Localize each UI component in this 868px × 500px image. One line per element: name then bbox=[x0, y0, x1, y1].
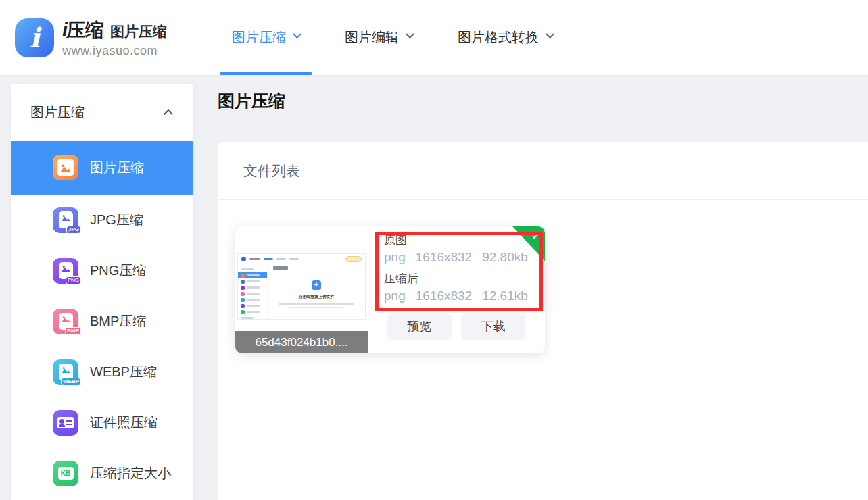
nav-tab-label: 图片格式转换 bbox=[458, 28, 539, 47]
sidebar-item-label: 压缩指定大小 bbox=[90, 464, 171, 482]
sidebar-item-image-compress[interactable]: 图片压缩 bbox=[11, 141, 193, 195]
top-nav: 图片压缩 图片编辑 图片格式转换 bbox=[229, 0, 556, 75]
chevron-down-icon bbox=[546, 30, 554, 39]
sidebar: 图片压缩 图片压缩 JPG JPG压缩 bbox=[11, 84, 193, 500]
brand-suffix: 图片压缩 bbox=[110, 22, 167, 41]
chevron-down-icon bbox=[406, 30, 414, 39]
sidebar-item-compress-to-size[interactable]: KB 压缩指定大小 bbox=[11, 448, 193, 499]
thumbnail-mini-screenshot: + 点击或拖拽上传文件 bbox=[237, 253, 366, 320]
sidebar-item-label: PNG压缩 bbox=[90, 261, 146, 280]
thumbnail-mini-login-pill bbox=[345, 256, 362, 262]
compressed-label: 压缩后 bbox=[384, 271, 528, 286]
nav-tab-label: 图片压缩 bbox=[232, 28, 286, 47]
site-url: www.iyasuo.com bbox=[62, 44, 167, 58]
brand-name: i压缩 bbox=[62, 18, 104, 43]
file-list-panel: 文件列表 bbox=[218, 142, 868, 500]
success-corner-badge: ✓ bbox=[511, 226, 545, 264]
preview-button[interactable]: 预览 bbox=[387, 313, 452, 340]
sidebar-item-label: 图片压缩 bbox=[90, 159, 144, 177]
id-photo-icon bbox=[53, 410, 78, 436]
logo-i-icon: i bbox=[15, 18, 54, 57]
sidebar-group-title: 图片压缩 bbox=[30, 103, 85, 122]
image-compress-icon bbox=[53, 155, 78, 180]
nav-tab-label: 图片编辑 bbox=[345, 28, 399, 47]
bmp-compress-icon: BMP bbox=[53, 309, 78, 334]
thumbnail-mini-content: + 点击或拖拽上传文件 bbox=[268, 264, 365, 319]
thumbnail-mini-sidebar bbox=[238, 264, 268, 319]
logo-text: i压缩 图片压缩 www.iyasuo.com bbox=[62, 18, 167, 58]
thumbnail-plus-icon: + bbox=[312, 280, 321, 290]
png-compress-icon: PNG bbox=[53, 258, 78, 284]
thumbnail-mini-logo bbox=[241, 257, 246, 261]
kb-size-icon: KB bbox=[53, 461, 78, 486]
sidebar-group-header[interactable]: 图片压缩 bbox=[11, 84, 193, 141]
sidebar-item-label: BMP压缩 bbox=[90, 312, 146, 330]
compressed-meta: png 1616x832 12.61kb bbox=[384, 289, 528, 303]
nav-tab-format-convert[interactable]: 图片格式转换 bbox=[455, 0, 556, 75]
app-header: i i压缩 图片压缩 www.iyasuo.com 图片压缩 图片编辑 图片格式… bbox=[0, 0, 868, 76]
jpg-compress-icon: JPG bbox=[53, 207, 78, 233]
card-buttons: 预览 下载 bbox=[387, 313, 525, 340]
download-button[interactable]: 下载 bbox=[461, 313, 525, 340]
filename: 65d43f024b1b0.... bbox=[255, 336, 347, 349]
webp-compress-icon: WEBP bbox=[53, 359, 78, 385]
sidebar-item-jpg-compress[interactable]: JPG JPG压缩 bbox=[11, 195, 193, 245]
sidebar-item-label: JPG压缩 bbox=[90, 211, 143, 229]
panel-title: 文件列表 bbox=[243, 161, 300, 180]
original-label: 原图 bbox=[384, 232, 528, 248]
sidebar-item-id-photo-compress[interactable]: 证件照压缩 bbox=[11, 397, 193, 448]
nav-tab-image-compress[interactable]: 图片压缩 bbox=[229, 0, 303, 75]
sidebar-item-bmp-compress[interactable]: BMP BMP压缩 bbox=[11, 296, 193, 347]
file-info: 原图 png 1616x832 92.80kb 压缩后 png 1616x832… bbox=[384, 232, 528, 309]
chevron-down-icon bbox=[293, 30, 302, 39]
site-logo[interactable]: i i压缩 图片压缩 www.iyasuo.com bbox=[15, 18, 167, 58]
active-tab-underline bbox=[220, 72, 312, 75]
thumbnail-upload-text: 点击或拖拽上传文件 bbox=[275, 294, 358, 300]
filename-bar: 65d43f024b1b0.... bbox=[235, 331, 368, 353]
check-icon: ✓ bbox=[531, 229, 541, 243]
sidebar-item-label: 证件照压缩 bbox=[90, 414, 158, 432]
sidebar-item-label: WEBP压缩 bbox=[90, 363, 157, 381]
panel-header: 文件列表 bbox=[218, 142, 868, 200]
sidebar-item-png-compress[interactable]: PNG PNG压缩 bbox=[11, 245, 193, 296]
sidebar-item-webp-compress[interactable]: WEBP WEBP压缩 bbox=[11, 347, 193, 397]
main-content: 图片压缩 文件列表 bbox=[193, 76, 868, 500]
chevron-up-icon bbox=[164, 109, 173, 119]
nav-tab-image-edit[interactable]: 图片编辑 bbox=[342, 0, 416, 75]
thumbnail-mini-header bbox=[238, 254, 365, 264]
file-card: + 点击或拖拽上传文件 65d43f024b1b0.... 原图 png 161… bbox=[235, 226, 545, 353]
original-meta: png 1616x832 92.80kb bbox=[384, 250, 528, 265]
page-title: 图片压缩 bbox=[218, 90, 868, 112]
